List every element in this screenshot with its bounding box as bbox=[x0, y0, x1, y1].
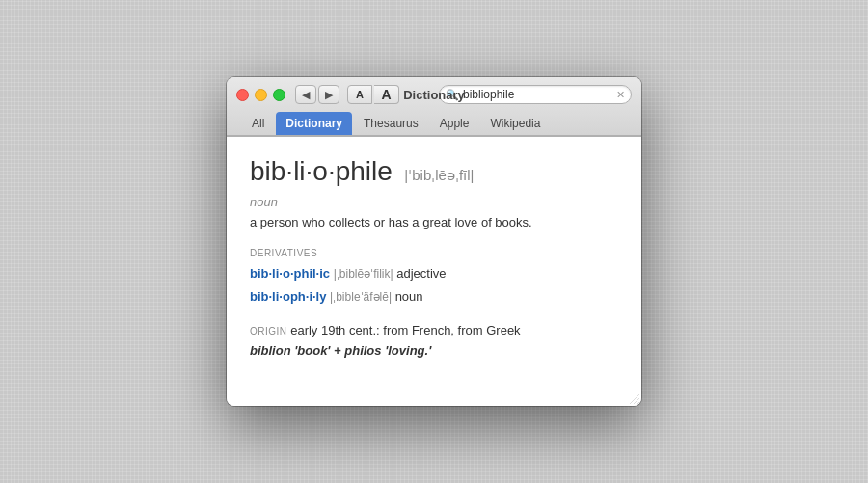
derivative-2-pron: |ˌbibleˈäfəlē| bbox=[330, 290, 392, 304]
resize-handle[interactable] bbox=[626, 390, 639, 404]
derivative-1-type: adjective bbox=[396, 266, 446, 281]
tab-wikipedia[interactable]: Wikipedia bbox=[480, 112, 550, 135]
derivatives-header: DERIVATIVES bbox=[250, 248, 618, 258]
window-title: Dictionary bbox=[403, 88, 465, 102]
font-decrease-button[interactable]: A bbox=[347, 85, 372, 104]
titlebar: ◀ ▶ A A Dictionary 🔍 ✕ All Dictionary Th… bbox=[227, 77, 641, 136]
origin-header: ORIGIN bbox=[250, 326, 287, 336]
font-size-controls: A A bbox=[347, 85, 399, 104]
traffic-lights bbox=[236, 89, 285, 101]
tab-dictionary[interactable]: Dictionary bbox=[276, 112, 352, 135]
dictionary-window: ◀ ▶ A A Dictionary 🔍 ✕ All Dictionary Th… bbox=[227, 77, 641, 406]
minimize-button[interactable] bbox=[255, 89, 267, 101]
derivative-1-word: bib·li·o·phil·ic bbox=[250, 266, 330, 281]
titlebar-top: ◀ ▶ A A Dictionary 🔍 ✕ bbox=[236, 85, 632, 104]
derivative-2-word: bib·li·oph·i·ly bbox=[250, 289, 326, 304]
word-title: bib·li·o·phile bbox=[250, 156, 393, 186]
back-button[interactable]: ◀ bbox=[295, 85, 316, 104]
maximize-button[interactable] bbox=[273, 89, 285, 101]
svg-line-2 bbox=[637, 402, 639, 404]
word-type: noun bbox=[250, 195, 618, 209]
forward-button[interactable]: ▶ bbox=[318, 85, 339, 104]
search-box[interactable]: 🔍 ✕ bbox=[439, 85, 632, 104]
search-clear-button[interactable]: ✕ bbox=[616, 89, 625, 101]
content-area: bib·li·o·phile |ˈbibˌlēəˌfīl| noun a per… bbox=[227, 136, 641, 406]
nav-buttons: ◀ ▶ bbox=[295, 85, 339, 104]
tab-thesaurus[interactable]: Thesaurus bbox=[354, 112, 428, 135]
tab-apple[interactable]: Apple bbox=[430, 112, 479, 135]
derivative-1-pron: |ˌbiblēəˈfilik| bbox=[334, 267, 393, 281]
origin-text: early 19th cent.: from French, from Gree… bbox=[290, 323, 520, 337]
close-button[interactable] bbox=[236, 89, 249, 101]
origin-section: ORIGIN early 19th cent.: from French, fr… bbox=[250, 321, 618, 362]
definition: a person who collects or has a great lov… bbox=[250, 213, 618, 232]
derivative-2: bib·li·oph·i·ly |ˌbibleˈäfəlē| noun bbox=[250, 287, 618, 308]
font-increase-button[interactable]: A bbox=[374, 85, 399, 104]
search-input[interactable] bbox=[463, 88, 616, 101]
pronunciation: |ˈbibˌlēəˌfīl| bbox=[404, 167, 474, 183]
origin-italic: biblion 'book' + philos 'loving.' bbox=[250, 343, 431, 358]
derivative-2-type: noun bbox=[395, 289, 423, 304]
tab-bar: All Dictionary Thesaurus Apple Wikipedia bbox=[236, 112, 632, 135]
word-header: bib·li·o·phile |ˈbibˌlēəˌfīl| bbox=[250, 156, 618, 187]
derivative-1: bib·li·o·phil·ic |ˌbiblēəˈfilik| adjecti… bbox=[250, 264, 618, 284]
tab-all[interactable]: All bbox=[242, 112, 274, 135]
